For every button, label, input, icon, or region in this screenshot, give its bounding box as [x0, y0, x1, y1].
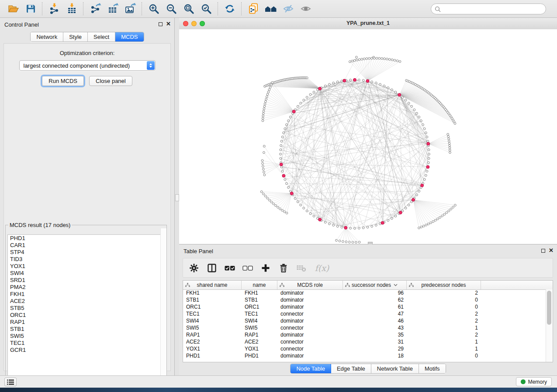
column-header-name[interactable]: name: [242, 281, 277, 289]
table-cell: RAP1: [183, 332, 242, 338]
float-panel-button[interactable]: [159, 22, 163, 26]
network-titlebar: YPA_prune.txt_1: [179, 18, 557, 30]
export-network-button[interactable]: [86, 2, 104, 16]
import-network-icon: [48, 3, 60, 14]
table-row[interactable]: YOX1YOX1connector291: [183, 345, 546, 352]
mcds-result-item[interactable]: CAR1: [8, 242, 164, 249]
table-cell: dominator: [277, 318, 343, 324]
status-menu-button[interactable]: [4, 378, 17, 386]
table-row[interactable]: RAP1RAP1dominator352: [183, 331, 546, 338]
column-header-successor-nodes[interactable]: successor nodes: [343, 281, 407, 289]
export-network-icon: [90, 3, 101, 14]
table-row[interactable]: SWI5SWI5connector431: [183, 324, 546, 331]
table-row[interactable]: SWI4SWI4dominator462: [183, 317, 546, 324]
mcds-list-scrollbar[interactable]: [160, 228, 166, 381]
splitter-handle[interactable]: [175, 194, 179, 201]
mcds-result-item[interactable]: SWI5: [8, 333, 164, 340]
table-cell: STB1: [242, 297, 277, 303]
column-header-shared-name[interactable]: shared name: [183, 281, 242, 289]
table-row[interactable]: PHD1PHD1dominator180: [183, 352, 546, 359]
mcds-result-item[interactable]: YOX1: [8, 263, 164, 270]
application-window: Control Panel ✕ Network Style Select MCD…: [0, 0, 557, 392]
float-table-panel-button[interactable]: [541, 249, 545, 253]
mcds-result-item[interactable]: RAP1: [8, 319, 164, 326]
mcds-result-item[interactable]: ORC1: [8, 312, 164, 319]
trash-icon: [279, 263, 288, 273]
run-mcds-button[interactable]: Run MCDS: [42, 76, 84, 86]
mcds-result-item[interactable]: FKH1: [8, 291, 164, 298]
save-session-button[interactable]: [22, 2, 39, 16]
search-input[interactable]: [443, 6, 542, 13]
open-folder-icon: [7, 3, 19, 14]
column-header-MCDS-role[interactable]: MCDS role: [277, 281, 343, 289]
mcds-result-item[interactable]: STB1: [8, 326, 164, 333]
optimization-criterion-select[interactable]: largest connected component (undirected): [19, 60, 156, 71]
first-neighbors-button[interactable]: [262, 2, 280, 16]
add-column-button[interactable]: [260, 262, 271, 274]
delete-column-button[interactable]: [278, 262, 289, 274]
close-panel-button-mcds[interactable]: Close panel: [89, 76, 132, 86]
column-header-predecessor-nodes[interactable]: predecessor nodes: [407, 281, 481, 289]
tab-select[interactable]: Select: [88, 32, 115, 41]
mcds-result-fieldset: MCDS result (17 nodes) PHD1CAR1STP4TID3Y…: [5, 222, 167, 382]
memory-button[interactable]: Memory: [516, 377, 552, 386]
mcds-result-item[interactable]: GCR1: [8, 347, 164, 354]
export-image-icon: [125, 3, 136, 14]
table-row[interactable]: ORC1ORC1dominator610: [183, 303, 546, 310]
memory-label: Memory: [528, 379, 547, 385]
tab-network-table[interactable]: Network Table: [371, 364, 419, 373]
table-cell: 35: [343, 332, 407, 338]
table-row[interactable]: ACE2ACE2connector311: [183, 338, 546, 345]
select-all-rows-button[interactable]: [224, 262, 235, 274]
import-network-button[interactable]: [45, 2, 63, 16]
export-table-button[interactable]: [104, 2, 121, 16]
zoom-out-button[interactable]: [163, 2, 180, 16]
tab-mcds[interactable]: MCDS: [115, 32, 143, 41]
tab-motifs[interactable]: Motifs: [419, 364, 446, 373]
tab-edge-table[interactable]: Edge Table: [331, 364, 371, 373]
table-row[interactable]: FKH1FKH1dominator962: [183, 289, 546, 296]
plus-icon: [261, 263, 270, 273]
table-cell: ACE2: [242, 339, 277, 345]
table-row[interactable]: TEC1TEC1connector472: [183, 310, 546, 317]
deselect-all-rows-button[interactable]: [242, 262, 253, 274]
mcds-result-item[interactable]: STB5: [8, 305, 164, 312]
tab-style[interactable]: Style: [63, 32, 88, 41]
table-scrollbar[interactable]: [546, 289, 553, 362]
zoom-selected-button[interactable]: [197, 2, 215, 16]
mcds-result-item[interactable]: SWI4: [8, 270, 164, 277]
hide-selected-button[interactable]: [280, 2, 297, 16]
close-panel-button[interactable]: ✕: [166, 21, 171, 27]
mcds-result-item[interactable]: PHD1: [8, 235, 164, 242]
table-cell: 96: [343, 290, 407, 296]
zoom-fit-button[interactable]: [180, 2, 197, 16]
mcds-result-item[interactable]: TEC1: [8, 340, 164, 347]
delete-table-button[interactable]: [296, 262, 307, 274]
import-table-button[interactable]: [63, 2, 80, 16]
tab-network[interactable]: Network: [31, 32, 63, 41]
mcds-result-list[interactable]: PHD1CAR1STP4TID3YOX1SWI4SRD1PMA2FKH1ACE2…: [7, 234, 165, 379]
main-toolbar: [0, 0, 557, 18]
close-table-panel-button[interactable]: ✕: [549, 248, 554, 253]
toolbar-separator: [42, 2, 43, 15]
mcds-result-item[interactable]: ACE2: [8, 298, 164, 305]
zoom-in-button[interactable]: [145, 2, 163, 16]
mcds-result-item[interactable]: STP4: [8, 249, 164, 256]
show-all-button[interactable]: [297, 2, 315, 16]
export-image-button[interactable]: [121, 2, 139, 16]
tab-node-table[interactable]: Node Table: [291, 364, 331, 373]
function-builder-button[interactable]: f(x): [314, 262, 330, 274]
table-cell: 0: [407, 304, 481, 310]
open-file-button[interactable]: [4, 2, 22, 16]
table-scrollbar-thumb[interactable]: [547, 291, 551, 325]
table-settings-button[interactable]: [188, 262, 200, 274]
toggle-column-panel-button[interactable]: [206, 262, 218, 274]
mcds-result-item[interactable]: PMA2: [8, 284, 164, 291]
refresh-button[interactable]: [221, 2, 239, 16]
table-row[interactable]: STB1STB1dominator620: [183, 296, 546, 303]
mcds-result-item[interactable]: SRD1: [8, 277, 164, 284]
toolbar-separator: [218, 2, 218, 15]
network-canvas[interactable]: [179, 29, 557, 244]
share-document-button[interactable]: [245, 2, 262, 16]
mcds-result-item[interactable]: TID3: [8, 256, 164, 263]
